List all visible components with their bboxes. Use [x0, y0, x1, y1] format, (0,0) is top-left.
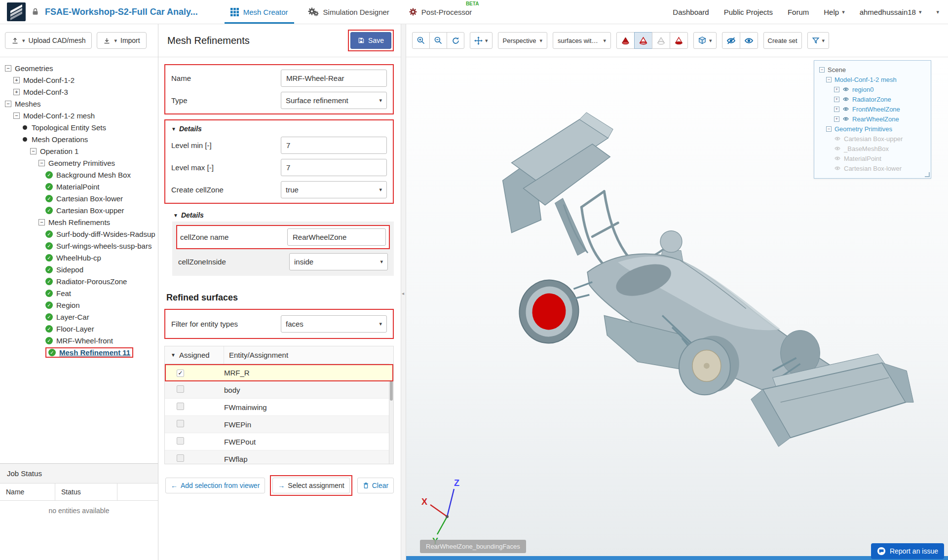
red-white-cone-button[interactable]	[670, 32, 688, 49]
tree-item-model-conf-3[interactable]: Model-Conf-3	[0, 86, 158, 98]
tab-simulation-designer[interactable]: Simulation Designer	[298, 0, 399, 24]
scene-item-rearwheelzone[interactable]: RearWheelZone	[817, 114, 928, 124]
tree-item-wheelhub-cp[interactable]: WheelHub-cp	[0, 252, 158, 263]
save-button[interactable]: Save	[350, 32, 391, 49]
user-menu[interactable]: ahmedhussain18 ▾	[860, 8, 922, 16]
hide-selected-button[interactable]	[722, 32, 740, 49]
row-checkbox[interactable]	[177, 385, 184, 393]
render-mode-select[interactable]: surfaces with v ▾	[553, 32, 611, 49]
row-checkbox[interactable]	[177, 370, 184, 377]
tree-item-mesh-refinements[interactable]: Mesh Refinements	[0, 216, 158, 228]
tree-item-surf-body[interactable]: Surf-body-diff-Wsides-Radsup	[0, 228, 158, 240]
tree-item-cartesian-box-lower[interactable]: Cartesian Box-lower	[0, 192, 158, 204]
row-checkbox[interactable]	[177, 437, 184, 445]
collapse-icon[interactable]	[826, 126, 832, 132]
tree-item-background-mesh-box[interactable]: Background Mesh Box	[0, 169, 158, 181]
zoom-in-button[interactable]	[412, 32, 430, 49]
expand-icon[interactable]	[13, 77, 20, 83]
eye-icon[interactable]	[834, 136, 841, 141]
splitter-collapse-icon[interactable]: ◂	[402, 291, 404, 296]
show-all-button[interactable]	[740, 32, 758, 49]
tree-item-model-conf-1-2[interactable]: Model-Conf-1-2	[0, 74, 158, 86]
row-checkbox[interactable]	[177, 454, 184, 462]
expand-icon[interactable]	[834, 107, 839, 112]
table-row-fwepin[interactable]: FWEPin	[165, 416, 393, 433]
eye-icon[interactable]	[834, 166, 841, 171]
eye-icon[interactable]	[834, 146, 841, 151]
entity-filter-select[interactable]: faces ▾	[281, 315, 387, 333]
panel-splitter[interactable]: ◂	[401, 24, 406, 560]
subdetails-section-header[interactable]: ▼ Details	[170, 209, 394, 221]
table-row-body[interactable]: body	[165, 381, 393, 399]
type-select[interactable]: Surface refinement ▾	[281, 92, 387, 109]
upload-cad-button[interactable]: ▾ Upload CAD/mesh	[5, 32, 92, 49]
table-row-fwmainwing[interactable]: FWmainwing	[165, 399, 393, 416]
tree-item-mesh-operations[interactable]: Mesh Operations	[0, 133, 158, 145]
tree-item-mrf-wheel-front[interactable]: MRF-Wheel-front	[0, 335, 158, 346]
tree-item-geometry-primitives[interactable]: Geometry Primitives	[0, 157, 158, 169]
red-cone-filled-button[interactable]	[616, 32, 635, 49]
collapse-icon[interactable]	[819, 67, 825, 73]
scene-item-region0[interactable]: region0	[817, 84, 928, 94]
tab-post-processor[interactable]: BETA Post-Processor	[399, 0, 482, 24]
tree-item-operation-1[interactable]: Operation 1	[0, 145, 158, 157]
project-title[interactable]: FSAE-Workshop-S2-Full Car Analy...	[45, 7, 198, 17]
cellzone-name-input[interactable]	[287, 228, 386, 246]
tree-item-topological-entity-sets[interactable]: Topological Entity Sets	[0, 121, 158, 133]
eye-icon[interactable]	[842, 107, 849, 112]
table-row-mrf-r[interactable]: MRF_R	[165, 364, 393, 381]
scene-item-basemeshbox[interactable]: _BaseMeshBox	[817, 144, 928, 153]
eye-icon[interactable]	[842, 87, 849, 92]
help-menu[interactable]: Help ▾	[824, 8, 844, 16]
tree-item-mesh-refinement-11[interactable]: Mesh Refinement 11	[0, 346, 158, 358]
nav-link-dashboard[interactable]: Dashboard	[673, 8, 709, 16]
report-an-issue-button[interactable]: Report an issue	[871, 543, 944, 559]
collapse-icon[interactable]	[38, 160, 45, 166]
row-checkbox[interactable]	[177, 420, 184, 427]
assigned-column-header[interactable]: ▼ Assigned	[165, 346, 224, 364]
scene-item-materialpoint[interactable]: MaterialPoint	[817, 153, 928, 163]
navbar-collapse-icon[interactable]: ▾	[936, 9, 939, 15]
tree-item-meshes[interactable]: Meshes	[0, 98, 158, 110]
tab-mesh-creator[interactable]: Mesh Creator	[221, 0, 298, 24]
red-cone-outline-button[interactable]	[634, 32, 652, 49]
viewport[interactable]: Scene Model-Conf-1-2 mesh region0 Radiat…	[406, 57, 948, 560]
projection-select[interactable]: Perspective ▾	[498, 32, 547, 49]
cellzone-inside-select[interactable]: inside ▾	[289, 253, 388, 270]
tree-item-sidepod[interactable]: Sidepod	[0, 263, 158, 275]
expand-icon[interactable]	[834, 116, 839, 122]
level-max-input[interactable]	[281, 159, 387, 176]
scene-item-scene[interactable]: Scene	[817, 65, 928, 75]
table-row-fwepout[interactable]: FWEPout	[165, 433, 393, 450]
scene-item-cartesian-box-upper[interactable]: Cartesian Box-upper	[817, 134, 928, 144]
collapse-icon[interactable]	[38, 219, 45, 225]
scene-item-radiatorzone[interactable]: RadiatorZone	[817, 94, 928, 104]
details-section-header[interactable]: ▼ Details	[168, 122, 390, 134]
tree-item-region[interactable]: Region	[0, 299, 158, 311]
nav-link-public-projects[interactable]: Public Projects	[724, 8, 773, 16]
panel-resize-grip[interactable]	[925, 172, 930, 177]
tree-item-model-conf-1-2-mesh[interactable]: Model-Conf-1-2 mesh	[0, 110, 158, 121]
tree-item-radiator-porouszone[interactable]: Radiator-PorousZone	[0, 275, 158, 287]
nav-link-forum[interactable]: Forum	[788, 8, 809, 16]
collapse-icon[interactable]	[5, 65, 11, 72]
tree-item-surf-wings[interactable]: Surf-wings-wheels-susp-bars	[0, 240, 158, 252]
refresh-button[interactable]	[447, 32, 464, 49]
simscale-logo-icon[interactable]	[7, 2, 26, 21]
pan-tool-button[interactable]: ▾	[470, 32, 493, 49]
collapse-icon[interactable]	[30, 148, 37, 154]
level-min-input[interactable]	[281, 137, 387, 154]
add-selection-from-viewer-button[interactable]: ← Add selection from viewer	[165, 478, 265, 493]
eye-icon[interactable]	[842, 116, 849, 121]
eye-icon[interactable]	[834, 156, 841, 161]
entity-column-header[interactable]: Entity/Assignment	[224, 346, 393, 364]
tree-item-geometries[interactable]: Geometries	[0, 62, 158, 74]
scene-item-cartesian-box-lower[interactable]: Cartesian Box-lower	[817, 163, 928, 173]
white-cone-button[interactable]	[652, 32, 670, 49]
scene-item-model-conf-1-2-mesh[interactable]: Model-Conf-1-2 mesh	[817, 75, 928, 84]
collapse-icon[interactable]	[826, 77, 832, 82]
create-set-button[interactable]: Create set	[763, 32, 802, 49]
add-primitive-box-button[interactable]: ▾	[693, 32, 717, 49]
rear-left-wheel[interactable]	[515, 276, 582, 347]
collapse-icon[interactable]	[5, 101, 11, 107]
